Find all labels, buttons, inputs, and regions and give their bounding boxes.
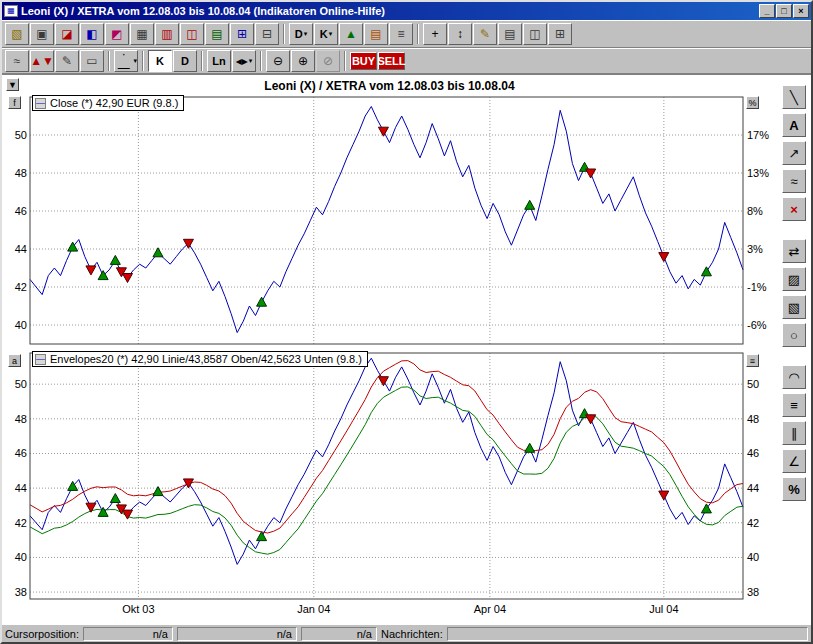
notes-page-icon[interactable]: ▤ <box>498 23 522 45</box>
indicator-k-dropdown[interactable]: K▾ <box>314 23 338 45</box>
up-down-signals-icon[interactable]: ▲▼ <box>30 50 54 72</box>
data-table-icon[interactable]: ▦ <box>130 23 154 45</box>
window-layout-icon[interactable]: ◫ <box>523 23 547 45</box>
text-tool-icon[interactable]: A <box>782 113 806 137</box>
cursor-date-field: n/a <box>177 627 297 641</box>
fibonacci-tool-icon[interactable]: ≡ <box>782 393 806 417</box>
menu-button-bottom-right[interactable]: ≡ <box>746 354 759 367</box>
x-axis-label: Okt 03 <box>122 603 154 615</box>
y-axis-label-left: 48 <box>15 167 27 179</box>
zoom-reset-icon[interactable]: ⊘ <box>316 50 340 72</box>
x-axis-label: Jul 04 <box>649 603 678 615</box>
portfolio-icon[interactable]: ◧ <box>80 23 104 45</box>
scale-button-bottom-left[interactable]: a <box>8 354 21 367</box>
maximize-button[interactable]: □ <box>776 4 792 18</box>
zoom-out-icon[interactable]: ⊖ <box>266 50 290 72</box>
toolbar-separator <box>108 51 110 71</box>
circle-tool-icon[interactable]: ○ <box>782 323 806 347</box>
chart-analysis-icon[interactable]: ◩ <box>105 23 129 45</box>
x-axis-label: Apr 04 <box>474 603 506 615</box>
y-axis-label-right: 44 <box>747 482 759 494</box>
trade-signals-icon[interactable]: ▲ <box>339 23 363 45</box>
pencil-tool-icon[interactable]: ✎ <box>473 23 497 45</box>
envelopes-legend[interactable]: — Envelopes20 (*) 42,90 Linie/43,8587 Ob… <box>32 351 368 367</box>
watchlist-icon[interactable]: ≡ <box>389 23 413 45</box>
y-axis-label-right: -1% <box>747 281 767 293</box>
close-button[interactable]: × <box>793 4 809 18</box>
line-chart-icon[interactable]: ◫ <box>180 23 204 45</box>
page-setup-icon[interactable]: ⊟ <box>255 23 279 45</box>
quote-page-icon[interactable]: ◪ <box>55 23 79 45</box>
legend-line-icon: — <box>35 98 46 109</box>
y-axis-label-left: 42 <box>15 517 27 529</box>
status-bar: Cursorposition: n/a n/a n/a Nachrichten: <box>2 624 811 642</box>
wave-tool-icon[interactable]: ≈ <box>782 169 806 193</box>
copy-chart-icon[interactable]: ▣ <box>30 23 54 45</box>
news-label: Nachrichten: <box>381 628 443 640</box>
tile-windows-icon[interactable]: ⊞ <box>548 23 572 45</box>
y-axis-label-left: 42 <box>15 281 27 293</box>
vertical-lines-tool-icon[interactable]: ∥ <box>782 421 806 445</box>
scroll-mode-dropdown[interactable]: ◂▸▾ <box>232 50 256 72</box>
mountain-chart-icon[interactable]: ≈ <box>5 50 29 72</box>
y-axis-label-left: 44 <box>15 482 27 494</box>
percent-scale-button[interactable]: % <box>746 96 759 109</box>
quote-list-icon[interactable]: ▤ <box>205 23 229 45</box>
arrow-marker-tool-icon[interactable]: ↗ <box>782 141 806 165</box>
app-window: ▦ Leoni (X) / XETRA vom 12.08.03 bis 10.… <box>0 0 813 644</box>
multi-window-icon[interactable]: ⊞ <box>230 23 254 45</box>
y-axis-label-left: 50 <box>15 378 27 390</box>
cursor-x-field: n/a <box>83 627 173 641</box>
y-axis-label-right: 3% <box>747 243 763 255</box>
log-scale-toggle[interactable]: Ln <box>207 50 231 72</box>
candle-toggle[interactable]: K <box>148 50 172 72</box>
y-axis-label-left: 50 <box>15 129 27 141</box>
window-title: Leoni (X) / XETRA vom 12.08.03 bis 10.08… <box>21 5 756 17</box>
crosshair-tool-icon[interactable]: + <box>423 23 447 45</box>
cursor-position-label: Cursorposition: <box>5 628 79 640</box>
indicator-d-dropdown[interactable]: D▾ <box>289 23 313 45</box>
toolbar-separator <box>201 51 203 71</box>
titlebar: ▦ Leoni (X) / XETRA vom 12.08.03 bis 10.… <box>2 2 811 20</box>
frame-icon[interactable]: ▭ <box>80 50 104 72</box>
close-legend[interactable]: — Close (*) 42,90 EUR (9.8.) <box>32 95 184 111</box>
trendline-tool-icon[interactable]: ╲ <box>782 85 806 109</box>
chart-area: Leoni (X) / XETRA vom 12.08.03 bis 10.08… <box>2 74 811 624</box>
minimize-button[interactable]: _ <box>759 4 775 18</box>
close-legend-text: Close (*) 42,90 EUR (9.8.) <box>50 97 178 109</box>
y-axis-label-right: 42 <box>747 517 759 529</box>
brush-icon[interactable]: ✎ <box>55 50 79 72</box>
parallel-channel-tool-icon[interactable]: ▨ <box>782 267 806 291</box>
sell-button[interactable]: SELL <box>378 52 405 70</box>
regression-tool-icon[interactable]: ▧ <box>782 295 806 319</box>
app-icon: ▦ <box>4 5 18 17</box>
scale-button-top-left[interactable]: f <box>8 96 21 109</box>
y-axis-label-left: 38 <box>15 586 27 598</box>
gann-fan-tool-icon[interactable]: ∠ <box>782 449 806 473</box>
dropdown-arrow-icon: ▾ <box>249 57 253 65</box>
toolbar-separator <box>283 24 285 44</box>
toolbar-separator <box>260 51 262 71</box>
new-chart-icon[interactable]: ▧ <box>5 23 29 45</box>
y-axis-label-right: 50 <box>747 378 759 390</box>
dropdown-arrow-icon: ▾ <box>133 57 137 65</box>
percent-retracement-tool-icon[interactable]: % <box>782 477 806 501</box>
zoom-in-icon[interactable]: ⊕ <box>291 50 315 72</box>
dropdown-arrow-icon: ▾ <box>304 30 308 38</box>
panel-collapse-button[interactable]: ▼ <box>6 78 19 91</box>
scale-tool-icon[interactable]: ↕ <box>448 23 472 45</box>
line-style-dropdown[interactable]: · —▾ <box>114 50 138 72</box>
y-axis-label-right: 17% <box>747 129 769 141</box>
y-axis-label-right: 40 <box>747 551 759 563</box>
detail-toggle[interactable]: D <box>173 50 197 72</box>
ranking-list-icon[interactable]: ▤ <box>364 23 388 45</box>
envelopes-chart[interactable]: 5050484846464444424240403838Okt 03Jan 04… <box>2 349 780 624</box>
price-chart[interactable]: 5017%4813%468%443%42-1%40-6% <box>2 91 780 349</box>
arc-tool-icon[interactable]: ◠ <box>782 365 806 389</box>
move-drawing-tool-icon[interactable]: ⇄ <box>782 239 806 263</box>
dropdown-arrow-icon: ▾ <box>329 30 333 38</box>
buy-button[interactable]: BUY <box>350 52 377 70</box>
bar-chart-icon[interactable]: ▥ <box>155 23 179 45</box>
delete-drawing-tool-icon[interactable]: × <box>782 197 806 221</box>
y-axis-label-right: -6% <box>747 319 767 331</box>
